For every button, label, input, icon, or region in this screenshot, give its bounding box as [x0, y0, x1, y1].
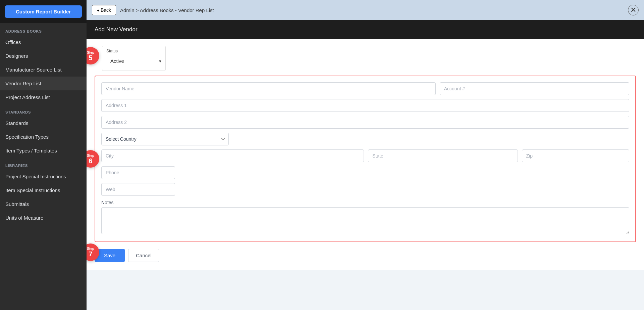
sidebar-item-units-of-measure[interactable]: Units of Measure: [0, 211, 87, 225]
step5-label: Step: [87, 51, 94, 54]
account-number-input[interactable]: [440, 82, 629, 95]
address1-input[interactable]: [101, 99, 629, 112]
sidebar-section-address-books: ADDRESS BOOKS: [0, 23, 87, 35]
form-row-web: [101, 183, 629, 196]
form-body: Step 5 Status Active Inactive: [87, 39, 644, 270]
vendor-name-input[interactable]: [101, 82, 436, 95]
form-header: Add New Vendor: [87, 20, 644, 39]
breadcrumb: Admin > Address Books - Vendor Rep List: [120, 7, 214, 13]
sidebar-item-project-special-instructions[interactable]: Project Special Instructions: [0, 170, 87, 183]
web-input[interactable]: [101, 183, 175, 196]
country-select[interactable]: Select Country: [101, 133, 229, 145]
status-label: Status: [106, 49, 161, 53]
form-row-vendor-account: [101, 82, 629, 95]
status-select[interactable]: Active Inactive: [106, 55, 161, 67]
sidebar-section-libraries: LIBRARIES: [0, 158, 87, 170]
form-panel: Add New Vendor Step 5 Status Active: [87, 20, 644, 270]
sidebar-nav: ADDRESS BOOKSOfficesDesignersManufacture…: [0, 23, 87, 225]
step5-number: 5: [89, 54, 92, 61]
fields-section: Select Country: [95, 76, 636, 242]
form-row-address2: [101, 116, 629, 129]
form-row-city-state-zip: [101, 149, 629, 162]
topbar: ◂ Back Admin > Address Books - Vendor Re…: [87, 0, 644, 20]
phone-input[interactable]: [101, 166, 175, 179]
state-input[interactable]: [368, 149, 518, 162]
form-row-country: Select Country: [101, 133, 629, 145]
sidebar-header: Custom Report Builder: [0, 0, 87, 23]
back-button[interactable]: ◂ Back: [92, 5, 116, 15]
sidebar: Custom Report Builder ADDRESS BOOKSOffic…: [0, 0, 87, 310]
cancel-button[interactable]: Cancel: [128, 249, 159, 262]
content-area: Add New Vendor Step 5 Status Active: [87, 20, 644, 310]
address2-input[interactable]: [101, 116, 629, 129]
notes-textarea[interactable]: [101, 207, 629, 234]
step6-label: Step: [87, 154, 94, 158]
sidebar-item-project-address-list[interactable]: Project Address List: [0, 90, 87, 104]
fields-section-wrapper: Step 6: [95, 76, 636, 242]
step6-number: 6: [89, 158, 92, 164]
step7-number: 7: [89, 251, 92, 257]
sidebar-item-designers[interactable]: Designers: [0, 49, 87, 63]
step5-badge: Step 5: [87, 47, 99, 64]
sidebar-item-standards[interactable]: Standards: [0, 116, 87, 130]
notes-label: Notes: [101, 200, 629, 205]
sidebar-section-standards: STANDARDS: [0, 104, 87, 116]
sidebar-item-submittals[interactable]: Submittals: [0, 197, 87, 211]
city-input[interactable]: [101, 149, 364, 162]
sidebar-item-manufacturer-source-list[interactable]: Manufacturer Source List: [0, 63, 87, 77]
main-area: ◂ Back Admin > Address Books - Vendor Re…: [87, 0, 644, 310]
zip-input[interactable]: [522, 149, 629, 162]
custom-report-button[interactable]: Custom Report Builder: [5, 5, 82, 18]
status-box: Status Active Inactive: [102, 46, 166, 71]
sidebar-item-item-types-templates[interactable]: Item Types / Templates: [0, 144, 87, 158]
status-select-wrapper: Active Inactive: [106, 55, 161, 67]
sidebar-item-specification-types[interactable]: Specification Types: [0, 130, 87, 144]
action-row-wrapper: Step 7 Save Cancel: [95, 242, 636, 262]
sidebar-item-offices[interactable]: Offices: [0, 35, 87, 49]
sidebar-item-vendor-rep-list[interactable]: Vendor Rep List: [0, 77, 87, 90]
form-row-phone: [101, 166, 629, 179]
close-button[interactable]: ✕: [628, 5, 639, 15]
action-buttons: Save Cancel: [95, 249, 159, 262]
form-row-address1: [101, 99, 629, 112]
step7-label: Step: [87, 247, 94, 251]
sidebar-item-item-special-instructions[interactable]: Item Special Instructions: [0, 183, 87, 197]
form-row-notes: Notes: [101, 200, 629, 235]
